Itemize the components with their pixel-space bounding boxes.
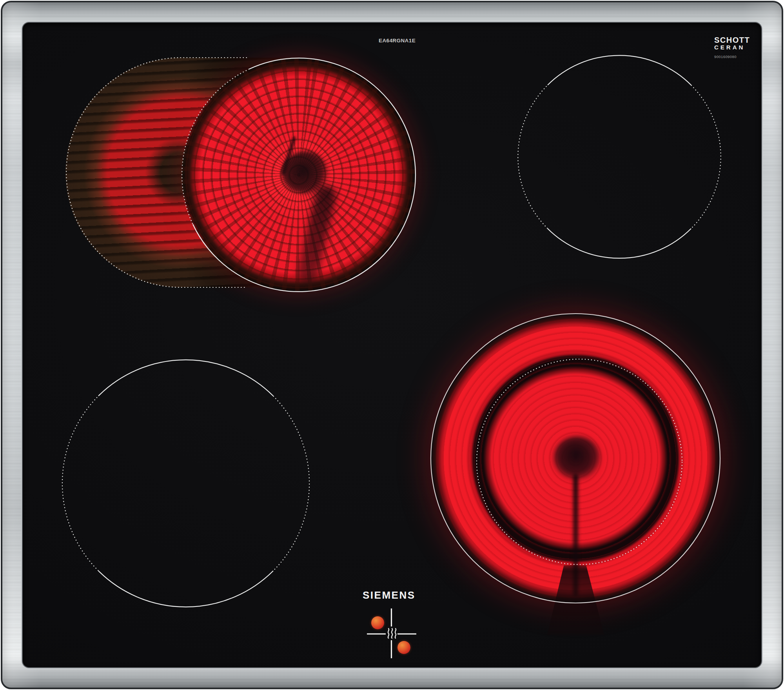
glass-serial-code: 9001609080 xyxy=(714,54,757,59)
zone-rear-left-main-glow xyxy=(182,58,416,292)
schott-wordmark: SCHOTT xyxy=(714,36,757,44)
siemens-logo: SIEMENS xyxy=(363,589,416,601)
schott-ceran-logo: SCHOTT CERAN 9001609080 xyxy=(714,36,757,59)
ceran-wordmark: CERAN xyxy=(714,44,757,51)
temperature-sensor-shadow xyxy=(554,436,601,480)
zone-front-right-glow xyxy=(431,314,720,603)
product-photo-ceramic-hob: EA64RGNA1E SCHOTT CERAN 9001609080 SIEME… xyxy=(0,0,784,690)
model-number-print: EA64RGNA1E xyxy=(379,38,416,44)
sensor-lead-shadow xyxy=(296,183,338,285)
residual-heat-dot-rear-left xyxy=(371,616,384,629)
residual-heat-dot-front-right xyxy=(397,641,410,654)
